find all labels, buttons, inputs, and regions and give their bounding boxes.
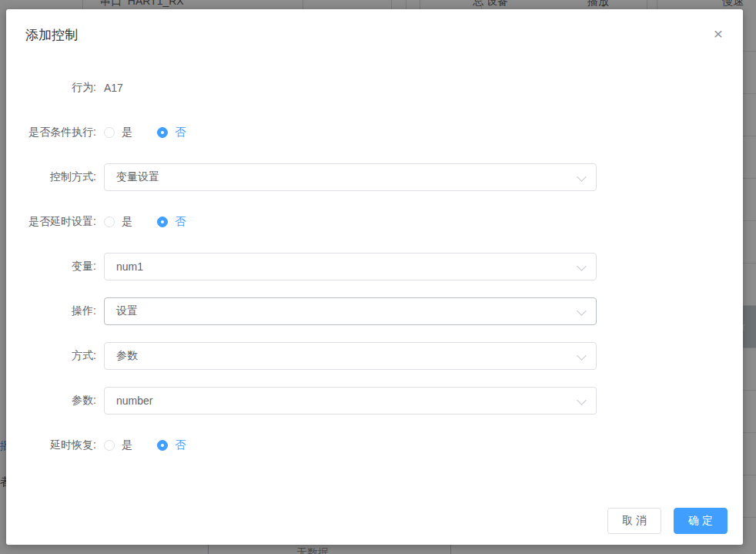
select-value: num1 bbox=[116, 260, 143, 273]
radio-unchecked-icon bbox=[104, 127, 115, 138]
variable-label: 变量: bbox=[6, 260, 104, 274]
form-item-delay-setting: 是否延时设置: 是 否 bbox=[6, 208, 743, 236]
delay-setting-radio-yes[interactable]: 是 bbox=[104, 215, 132, 229]
method-label: 方式: bbox=[6, 349, 104, 363]
delay-restore-radio-group: 是 否 bbox=[104, 438, 186, 452]
conditional-radio-no[interactable]: 否 bbox=[157, 126, 186, 139]
select-value: number bbox=[116, 395, 152, 407]
conditional-radio-group: 是 否 bbox=[104, 126, 186, 139]
radio-label: 否 bbox=[175, 126, 186, 139]
confirm-button[interactable]: 确 定 bbox=[674, 508, 728, 534]
parameter-label: 参数: bbox=[6, 394, 104, 408]
conditional-radio-yes[interactable]: 是 bbox=[104, 126, 132, 139]
close-icon[interactable]: × bbox=[711, 26, 726, 42]
form-item-variable: 变量: num1 bbox=[6, 253, 743, 280]
chevron-down-icon bbox=[577, 306, 587, 316]
method-select[interactable]: 参数 bbox=[104, 342, 597, 370]
behavior-label: 行为: bbox=[6, 81, 104, 95]
delay-restore-label: 延时恢复: bbox=[6, 438, 104, 452]
parameter-select[interactable]: number bbox=[104, 387, 597, 415]
form-item-parameter: 参数: number bbox=[6, 387, 743, 415]
form-item-delay-restore: 延时恢复: 是 否 bbox=[6, 431, 743, 459]
form-item-operation: 操作: 设置 bbox=[6, 297, 743, 325]
app-root: 串口 HART1_RX 总 设备 播放 慢速 er bbox=[0, 0, 756, 554]
variable-select[interactable]: num1 bbox=[104, 253, 597, 280]
form-item-behavior: 行为: A17 bbox=[6, 74, 743, 102]
operation-label: 操作: bbox=[6, 304, 104, 318]
chevron-down-icon bbox=[577, 351, 587, 361]
operation-select[interactable]: 设置 bbox=[104, 297, 597, 325]
add-control-dialog: 添加控制 × 行为: A17 是否条件执行: 是 否 bbox=[6, 9, 743, 545]
form-item-control-mode: 控制方式: 变量设置 bbox=[6, 163, 743, 191]
delay-restore-radio-yes[interactable]: 是 bbox=[104, 438, 132, 452]
radio-checked-icon bbox=[157, 217, 168, 227]
behavior-value: A17 bbox=[104, 82, 123, 94]
conditional-label: 是否条件执行: bbox=[6, 126, 104, 139]
radio-label: 否 bbox=[175, 438, 186, 452]
radio-label: 是 bbox=[122, 215, 132, 229]
radio-unchecked-icon bbox=[104, 217, 115, 227]
form-item-method: 方式: 参数 bbox=[6, 342, 743, 370]
delay-setting-label: 是否延时设置: bbox=[6, 215, 104, 229]
dialog-header: 添加控制 bbox=[6, 9, 743, 43]
delay-restore-radio-no[interactable]: 否 bbox=[157, 438, 186, 452]
dialog-footer: 取 消 确 定 bbox=[607, 508, 728, 534]
radio-label: 否 bbox=[175, 215, 186, 229]
select-value: 设置 bbox=[116, 304, 138, 318]
select-value: 参数 bbox=[116, 349, 138, 363]
radio-checked-icon bbox=[157, 127, 168, 138]
control-mode-label: 控制方式: bbox=[6, 170, 104, 184]
chevron-down-icon bbox=[577, 395, 587, 405]
delay-setting-radio-group: 是 否 bbox=[104, 215, 186, 229]
control-mode-select[interactable]: 变量设置 bbox=[104, 163, 597, 191]
delay-setting-radio-no[interactable]: 否 bbox=[157, 215, 186, 229]
dialog-title: 添加控制 bbox=[25, 28, 78, 42]
radio-unchecked-icon bbox=[104, 440, 115, 451]
radio-checked-icon bbox=[157, 440, 168, 451]
add-control-form: 行为: A17 是否条件执行: 是 否 控制方式: bbox=[6, 74, 743, 459]
chevron-down-icon bbox=[577, 172, 587, 182]
cancel-button[interactable]: 取 消 bbox=[607, 508, 661, 534]
chevron-down-icon bbox=[577, 261, 587, 271]
select-value: 变量设置 bbox=[116, 170, 159, 184]
form-item-conditional: 是否条件执行: 是 否 bbox=[6, 119, 743, 146]
radio-label: 是 bbox=[122, 126, 132, 139]
radio-label: 是 bbox=[122, 438, 132, 452]
